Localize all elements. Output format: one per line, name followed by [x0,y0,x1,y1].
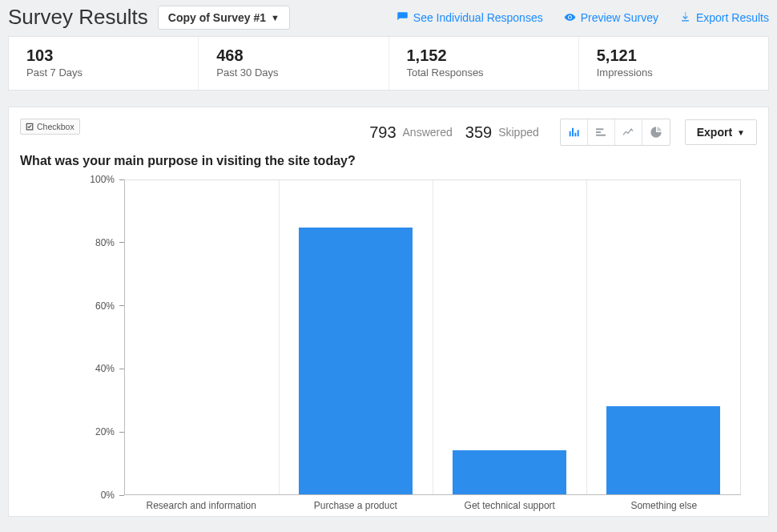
line-chart-icon [622,126,634,139]
y-tick: 0% [26,490,124,501]
export-results-link[interactable]: Export Results [679,11,769,24]
x-axis: Research and informationPurchase a produ… [124,495,741,516]
bar[interactable] [299,228,413,494]
horizontal-bar-view-button[interactable] [588,119,615,145]
bar-slot [433,180,586,494]
export-label: Export [697,126,732,139]
gridline [586,180,587,494]
answered-count: 793 [369,123,396,142]
y-tick-label: 80% [26,237,115,248]
pie-chart-view-button[interactable] [642,119,670,145]
stat-label: Total Responses [407,66,561,79]
y-tick-label: 20% [26,426,115,437]
gridline [433,180,433,494]
link-label: See Individual Responses [413,11,543,24]
x-tick-label: Research and information [124,495,279,516]
question-stats: 793 Answered 359 Skipped [369,119,757,146]
line-chart-view-button[interactable] [615,119,642,145]
bar-chart-icon [567,126,580,139]
bar-slot [586,180,740,494]
download-icon [679,11,691,23]
horizontal-bar-icon [594,126,607,139]
badge-label: Checkbox [37,122,74,131]
stat-impressions: 5,121 Impressions [579,37,768,90]
stat-label: Past 7 Days [26,66,180,79]
question-text: What was your main purpose in visiting t… [20,154,757,168]
preview-survey-link[interactable]: Preview Survey [564,11,658,24]
question-card-header: Checkbox 793 Answered 359 Skipped [20,119,757,146]
chart-area: 0%20%40%60%80%100% Research and informat… [20,179,757,516]
x-tick-label: Purchase a product [279,495,433,516]
page-header: Survey Results Copy of Survey #1 ▼ See I… [0,0,777,36]
y-tick: 100% [26,174,124,185]
chart: 0%20%40%60%80%100% Research and informat… [25,179,741,516]
stat-label: Impressions [597,66,751,79]
bar-slot [125,180,279,494]
x-tick-label: Something else [587,495,742,516]
stat-past-30-days: 468 Past 30 Days [199,37,388,90]
y-tick-label: 60% [26,300,115,312]
y-tick-label: 40% [26,363,115,374]
export-question-button[interactable]: Export ▼ [685,119,757,145]
link-label: Export Results [696,11,769,24]
caret-down-icon: ▼ [271,13,280,22]
question-type-badge: Checkbox [20,119,80,135]
y-tick: 60% [26,300,124,312]
page-title: Survey Results [8,5,148,30]
bar-chart-view-button[interactable] [561,119,588,145]
link-label: Preview Survey [581,11,658,24]
chart-view-toggle [560,119,670,146]
bar[interactable] [606,406,720,494]
eye-icon [564,11,576,23]
y-tick: 40% [26,363,124,374]
skipped-label: Skipped [498,126,539,139]
chat-icon [397,11,409,23]
header-actions: See Individual Responses Preview Survey … [397,11,769,24]
stat-past-7-days: 103 Past 7 Days [9,37,199,90]
y-tick: 20% [26,426,124,437]
bar[interactable] [453,450,566,494]
caret-down-icon: ▼ [737,128,745,137]
plot-area [124,179,741,495]
y-axis: 0%20%40%60%80%100% [25,179,124,495]
stat-label: Past 30 Days [216,66,370,79]
y-tick-label: 100% [26,174,115,185]
stat-value: 468 [216,46,370,65]
x-tick-label: Get technical support [433,495,587,516]
stat-total-responses: 1,152 Total Responses [389,37,579,90]
bar-slot [279,180,433,494]
see-individual-responses-link[interactable]: See Individual Responses [397,11,543,24]
stat-value: 1,152 [407,46,561,65]
survey-selector-dropdown[interactable]: Copy of Survey #1 ▼ [158,6,290,30]
y-tick: 80% [26,237,124,248]
checkbox-icon [26,123,34,131]
question-card: Checkbox 793 Answered 359 Skipped [8,107,769,517]
stat-value: 5,121 [597,46,751,65]
survey-selector-label: Copy of Survey #1 [168,11,266,24]
stats-row: 103 Past 7 Days 468 Past 30 Days 1,152 T… [8,36,769,91]
pie-chart-icon [650,126,662,139]
answered-label: Answered [403,126,453,139]
skipped-count: 359 [465,123,492,142]
y-tick-label: 0% [26,490,115,501]
gridline [279,180,280,494]
stat-value: 103 [26,46,180,65]
